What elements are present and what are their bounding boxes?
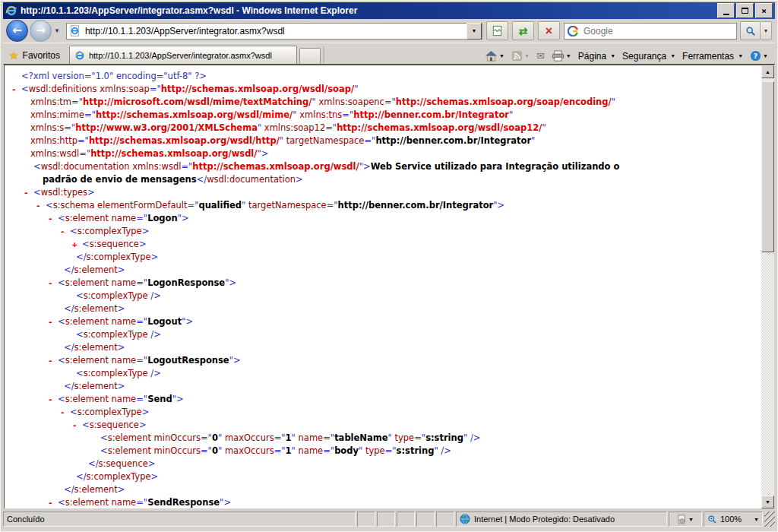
- security-report-button[interactable]: ▼: [669, 511, 702, 527]
- xml-segment-m: >: [151, 252, 159, 262]
- address-dropdown-button[interactable]: ▼: [466, 23, 482, 40]
- svg-text:?: ?: [754, 52, 757, 60]
- magnifier-icon: [745, 26, 756, 36]
- search-button[interactable]: [740, 21, 761, 40]
- address-input[interactable]: [84, 25, 466, 37]
- page-menu-button[interactable]: Página ▼: [578, 51, 615, 62]
- maximize-button[interactable]: [736, 3, 754, 18]
- xml-segment-t: maxOccurs: [225, 445, 274, 456]
- mail-icon: ✉: [536, 51, 545, 61]
- zoom-control[interactable]: 100% ▼: [704, 511, 763, 527]
- xml-segment-m: <: [58, 497, 65, 508]
- expand-marker[interactable]: +: [72, 238, 77, 251]
- xml-segment-m: ": [292, 432, 299, 443]
- search-input[interactable]: [582, 25, 736, 37]
- collapse-marker[interactable]: -: [48, 393, 53, 406]
- xml-segment-m: ">: [229, 355, 241, 366]
- collapse-marker[interactable]: -: [60, 406, 65, 419]
- collapse-marker[interactable]: -: [48, 496, 53, 508]
- xml-segment-m: >: [139, 420, 147, 430]
- xml-segment-t: s:complexType: [77, 407, 142, 417]
- xml-segment-t: wsdl:documentation xmlns:wsdl: [41, 161, 182, 172]
- vertical-scrollbar: ▲ ▼: [761, 65, 774, 508]
- xml-segment-t: s:element name: [65, 213, 137, 223]
- xml-segment-m: <: [58, 316, 65, 327]
- tab-title: http://10.1.1.203/AppServer/integrator.a…: [89, 51, 272, 60]
- xml-segment-m: =": [136, 355, 147, 366]
- xml-segment-v: s:string: [397, 445, 435, 456]
- read-mail-button[interactable]: ✉: [536, 51, 545, 61]
- collapse-marker[interactable]: -: [24, 186, 29, 199]
- safety-menu-button[interactable]: Segurança ▼: [622, 51, 675, 62]
- collapse-marker[interactable]: -: [48, 315, 53, 328]
- scrollbar-up-button[interactable]: ▲: [761, 65, 774, 78]
- scroll-up-icon: ▲: [765, 69, 770, 74]
- print-button[interactable]: ▼: [552, 50, 571, 62]
- tools-menu-button[interactable]: Ferramentas ▼: [682, 51, 743, 62]
- xml-segment-m: =": [384, 97, 396, 107]
- xml-line: xmlns:wsdl="http://schemas.xmlsoap.org/w…: [5, 147, 761, 160]
- home-button[interactable]: ▼: [485, 50, 504, 62]
- chevron-down-icon: ▼: [688, 517, 694, 522]
- xml-segment-m: =": [201, 432, 212, 443]
- favorites-label: Favoritos: [23, 50, 60, 61]
- xml-segment-m: <: [58, 394, 65, 404]
- xml-segment-m: />: [148, 368, 161, 378]
- collapse-marker[interactable]: -: [48, 212, 53, 225]
- new-tab-button[interactable]: [299, 48, 321, 64]
- zoom-level: 100%: [720, 515, 742, 524]
- collapse-marker[interactable]: -: [48, 277, 53, 290]
- xml-segment-m: =": [64, 122, 75, 133]
- chevron-down-icon[interactable]: ▼: [754, 517, 759, 522]
- xml-segment-m: ": [359, 445, 365, 456]
- collapse-marker[interactable]: -: [11, 83, 17, 96]
- chevron-down-icon[interactable]: ▼: [499, 53, 504, 59]
- refresh-button[interactable]: ⇄: [512, 21, 534, 40]
- xml-segment-m: =": [71, 97, 83, 107]
- chevron-down-icon[interactable]: ▼: [566, 53, 571, 59]
- xml-segment-t: wsdl:types: [41, 187, 87, 198]
- xml-line: -<s:sequence>: [5, 419, 761, 432]
- xml-segment-m: ": [293, 109, 299, 120]
- xml-segment-t: type: [365, 445, 385, 456]
- address-bar: ← → ▼ ▼ ⇄ ×: [3, 19, 775, 43]
- security-zone-cell: Internet | Modo Protegido: Desativado: [456, 511, 667, 527]
- compatibility-view-button[interactable]: [486, 21, 508, 40]
- xml-segment-t: xmlns:soapenc: [318, 97, 384, 107]
- favorites-button[interactable]: ★ Favoritos: [3, 50, 66, 64]
- xml-segment-m: <: [58, 355, 65, 366]
- stop-button[interactable]: ×: [538, 21, 560, 40]
- scrollbar-thumb[interactable]: [761, 81, 774, 252]
- recent-pages-dropdown[interactable]: ▼: [54, 27, 60, 34]
- xml-segment-m: =": [325, 122, 337, 133]
- xml-segment-m: />: [148, 290, 161, 301]
- collapse-marker[interactable]: -: [48, 354, 53, 367]
- xml-segment-m: </: [64, 342, 74, 353]
- collapse-marker[interactable]: -: [60, 225, 65, 238]
- resize-grip[interactable]: [764, 511, 775, 527]
- back-button[interactable]: ←: [6, 20, 28, 42]
- close-button[interactable]: ×: [755, 3, 773, 18]
- minimize-button[interactable]: [717, 3, 735, 18]
- xml-segment-m: <: [76, 368, 84, 378]
- xml-segment-m: />: [148, 329, 161, 340]
- stop-icon: ×: [546, 25, 552, 37]
- collapse-marker[interactable]: -: [36, 199, 41, 212]
- status-text: Concluído: [3, 511, 356, 527]
- xml-segment-m: =": [181, 161, 192, 172]
- address-field: ▼: [66, 23, 482, 40]
- scrollbar-down-button[interactable]: ▼: [761, 496, 774, 508]
- search-options-dropdown[interactable]: ▼: [761, 21, 772, 40]
- xml-segment-ns: http://schemas.xmlsoap.org/soap/encoding…: [396, 97, 612, 107]
- chevron-down-icon[interactable]: ▼: [763, 53, 768, 59]
- xml-segment-t: targetNamespace: [286, 135, 365, 146]
- xml-segment-m: <: [82, 420, 90, 430]
- feeds-button[interactable]: ▼: [511, 50, 530, 62]
- xml-line: <?xml version="1.0" encoding="utf-8" ?>: [5, 70, 761, 83]
- help-button[interactable]: ? ▼: [750, 50, 768, 62]
- status-cell: [377, 511, 395, 527]
- collapse-marker[interactable]: -: [72, 419, 77, 432]
- xml-line: -<s:complexType>: [5, 225, 761, 238]
- tab-active[interactable]: http://10.1.1.203/AppServer/integrator.a…: [69, 46, 297, 64]
- forward-button[interactable]: →: [30, 20, 52, 42]
